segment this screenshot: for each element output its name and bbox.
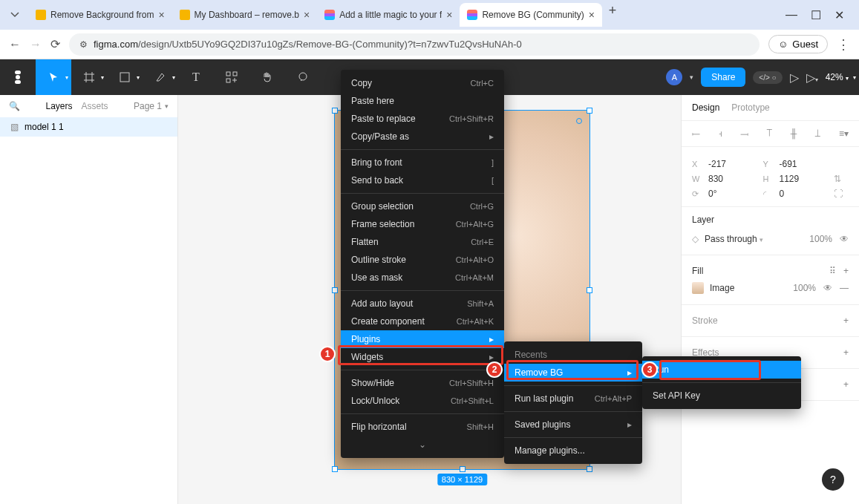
layers-tab[interactable]: Layers: [45, 101, 72, 111]
align-right-icon[interactable]: ⟞: [740, 128, 748, 139]
add-fill-icon[interactable]: +: [843, 266, 849, 276]
url-input[interactable]: ⚙ figma.com/design/Uxtb5UYo9GQ2DI37u10gZ…: [69, 33, 760, 56]
rotation-input[interactable]: 0°: [708, 189, 757, 199]
resize-handle-mb[interactable]: [460, 466, 466, 472]
y-input[interactable]: -691: [780, 159, 829, 169]
radius-input[interactable]: 0: [780, 189, 829, 199]
comment-tool[interactable]: [285, 59, 321, 95]
ctx-plugin-remove-bg[interactable]: Remove BG▸: [504, 364, 642, 382]
ctx-paste-replace[interactable]: Paste to replaceCtrl+Shift+R: [341, 110, 504, 128]
ctx-group-selection[interactable]: Group selectionCtrl+G: [341, 197, 504, 215]
move-tool[interactable]: ▾: [36, 59, 71, 95]
independent-corners-icon[interactable]: ⛶: [834, 189, 849, 199]
assets-tab[interactable]: Assets: [81, 101, 108, 111]
forward-icon[interactable]: →: [30, 38, 42, 51]
close-window-icon[interactable]: ✕: [834, 8, 844, 22]
browser-tab-3[interactable]: Remove BG (Community) ×: [460, 3, 602, 27]
h-input[interactable]: 1129: [780, 174, 829, 184]
ctx-bring-front[interactable]: Bring to front]: [341, 154, 504, 171]
rotation-anchor[interactable]: [576, 118, 582, 124]
browser-tab-1[interactable]: My Dashboard – remove.b ×: [172, 3, 318, 27]
ctx-run-plugin[interactable]: Run: [642, 361, 801, 379]
ctx-lock-unlock[interactable]: Lock/UnlockCtrl+Shift+L: [341, 392, 504, 410]
blend-mode-select[interactable]: Pass through ▾: [705, 234, 763, 244]
close-icon[interactable]: ×: [446, 9, 452, 21]
ctx-outline-stroke[interactable]: Outline strokeCtrl+Alt+O: [341, 251, 504, 269]
align-left-icon[interactable]: ⟝: [692, 128, 700, 139]
resize-handle-ml[interactable]: [332, 287, 338, 293]
profile-button[interactable]: ☺ Guest: [768, 35, 828, 53]
opacity-input[interactable]: 100%: [809, 234, 832, 244]
align-hcenter-icon[interactable]: ⫞: [718, 128, 722, 139]
resize-handle-tr[interactable]: [587, 108, 592, 114]
resources-tool[interactable]: [214, 59, 249, 95]
layer-item-selected[interactable]: ▧ model 1 1: [0, 117, 177, 137]
ctx-saved-plugins[interactable]: Saved plugins▸: [504, 416, 642, 433]
ctx-set-api-key[interactable]: Set API Key: [642, 387, 801, 405]
browser-menu-icon[interactable]: ⋮: [837, 36, 850, 53]
share-button[interactable]: Share: [701, 68, 745, 87]
ctx-paste-here[interactable]: Paste here: [341, 92, 504, 110]
site-settings-icon[interactable]: ⚙: [79, 39, 88, 50]
add-effect-icon[interactable]: +: [843, 347, 849, 358]
close-icon[interactable]: ×: [158, 9, 164, 21]
ctx-frame-selection[interactable]: Frame selectionCtrl+Alt+G: [341, 215, 504, 233]
hand-tool[interactable]: [249, 59, 285, 95]
lock-ratio-icon[interactable]: ⇅: [834, 174, 849, 184]
align-top-icon[interactable]: ⟙: [766, 128, 773, 139]
play-icon[interactable]: ▷▾: [806, 71, 818, 85]
prototype-tab[interactable]: Prototype: [731, 102, 769, 113]
x-input[interactable]: -217: [708, 159, 757, 169]
ctx-run-last-plugin[interactable]: Run last pluginCtrl+Alt+P: [504, 390, 642, 408]
design-tab[interactable]: Design: [692, 102, 719, 113]
maximize-icon[interactable]: ☐: [811, 8, 821, 22]
figma-menu-button[interactable]: ▾: [0, 69, 36, 85]
ctx-copy[interactable]: CopyCtrl+C: [341, 74, 504, 92]
tab-list-dropdown[interactable]: [6, 6, 24, 24]
fill-opacity-input[interactable]: 100%: [793, 283, 816, 293]
add-stroke-icon[interactable]: +: [843, 315, 849, 326]
zoom-dropdown[interactable]: 42% ▾: [826, 72, 849, 82]
ctx-flatten[interactable]: FlattenCtrl+E: [341, 233, 504, 251]
browser-tab-0[interactable]: Remove Background from ×: [28, 3, 172, 27]
fill-thumbnail[interactable]: [692, 282, 704, 294]
shape-tool[interactable]: ▾: [107, 59, 143, 95]
ctx-flip-horizontal[interactable]: Flip horizontalShift+H: [341, 418, 504, 436]
help-button[interactable]: ?: [822, 468, 844, 491]
search-icon[interactable]: 🔍: [9, 101, 20, 111]
align-bottom-icon[interactable]: ⟘: [814, 128, 821, 139]
present-icon[interactable]: ▷: [790, 71, 799, 85]
ctx-send-back[interactable]: Send to back[: [341, 171, 504, 189]
resize-handle-tl[interactable]: [332, 108, 338, 114]
distribute-icon[interactable]: ≡▾: [839, 128, 849, 139]
text-tool[interactable]: T: [178, 59, 214, 95]
dev-mode-toggle[interactable]: </> ○: [753, 71, 782, 84]
fill-styles-icon[interactable]: ⠿: [829, 266, 836, 276]
align-vcenter-icon[interactable]: ╫: [791, 128, 797, 139]
reload-icon[interactable]: ⟳: [50, 37, 60, 51]
ctx-add-auto-layout[interactable]: Add auto layoutShift+A: [341, 295, 504, 312]
page-selector[interactable]: Page 1▾: [134, 101, 169, 111]
ctx-plugins[interactable]: Plugins▸: [341, 330, 504, 348]
fill-type[interactable]: Image: [710, 283, 734, 293]
w-input[interactable]: 830: [708, 174, 757, 184]
ctx-copy-paste-as[interactable]: Copy/Paste as▸: [341, 128, 504, 145]
back-icon[interactable]: ←: [9, 38, 21, 51]
browser-tab-2[interactable]: Add a little magic to your f ×: [317, 3, 460, 27]
ctx-use-as-mask[interactable]: Use as maskCtrl+Alt+M: [341, 269, 504, 287]
resize-handle-mr[interactable]: [587, 287, 592, 293]
resize-handle-bl[interactable]: [332, 466, 338, 472]
ctx-create-component[interactable]: Create componentCtrl+Alt+K: [341, 312, 504, 330]
remove-fill-icon[interactable]: —: [840, 283, 849, 293]
ctx-manage-plugins[interactable]: Manage plugins...: [504, 442, 642, 459]
frame-tool[interactable]: ▾: [71, 59, 107, 95]
ctx-more-icon[interactable]: ⌄: [341, 436, 504, 454]
visibility-icon[interactable]: 👁: [840, 234, 849, 244]
fill-visibility-icon[interactable]: 👁: [823, 283, 832, 293]
new-tab-button[interactable]: +: [602, 3, 623, 27]
add-export-icon[interactable]: +: [843, 379, 849, 390]
chevron-down-icon[interactable]: ▾: [690, 73, 693, 81]
pen-tool[interactable]: ▾: [143, 59, 178, 95]
close-icon[interactable]: ×: [589, 9, 595, 21]
minimize-icon[interactable]: —: [785, 8, 797, 22]
